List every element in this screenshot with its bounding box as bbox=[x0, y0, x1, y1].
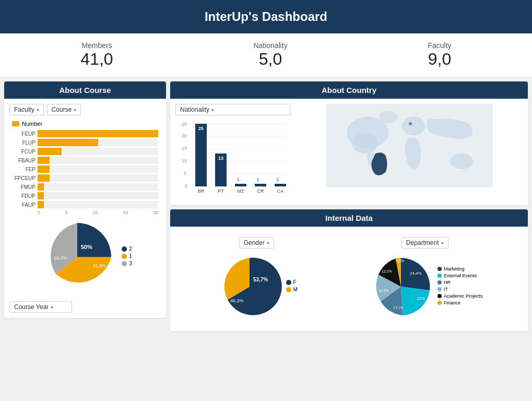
internal-data-content: Gender ▾ 53,7% 46,3% bbox=[175, 232, 523, 326]
about-country-header: About Country bbox=[170, 81, 528, 99]
legend-item-2: 2 bbox=[122, 246, 132, 252]
svg-rect-21 bbox=[235, 184, 246, 186]
bar-row: FEUP bbox=[12, 130, 158, 137]
bar-bg bbox=[38, 148, 158, 155]
course-year-arrow: ▾ bbox=[51, 304, 53, 310]
faculty-dropdown[interactable]: Faculty ▾ bbox=[9, 104, 44, 115]
members-stat: Members 41,0 bbox=[80, 41, 113, 69]
legend-item-3: 3 bbox=[122, 261, 132, 266]
legend-color-box bbox=[12, 121, 19, 126]
svg-text:10: 10 bbox=[182, 158, 187, 163]
page-header: InterUp's Dashboard bbox=[0, 0, 532, 33]
about-course-card: About Course Faculty ▾ Course ▾ Numbe bbox=[4, 81, 166, 318]
course-pie-chart: 50% 31,8% 18,2% bbox=[38, 218, 116, 296]
svg-point-33 bbox=[379, 111, 398, 123]
gender-pie-wrapper: 53,7% 46,3% F M bbox=[216, 253, 298, 321]
page-title: InterUp's Dashboard bbox=[205, 9, 327, 23]
bar-label: FPCEUP bbox=[12, 175, 36, 181]
svg-text:0: 0 bbox=[185, 183, 187, 188]
gender-legend: F M bbox=[286, 279, 298, 294]
main-content: About Course Faculty ▾ Course ▾ Numbe bbox=[0, 77, 532, 339]
about-country-card: About Country Nationality ▾ 0 bbox=[170, 81, 528, 205]
course-dropdown[interactable]: Course ▾ bbox=[47, 104, 81, 115]
bar-fill bbox=[38, 174, 50, 182]
bar-fill bbox=[38, 148, 62, 155]
svg-text:1: 1 bbox=[237, 177, 239, 182]
about-course-body: Faculty ▾ Course ▾ Number FEUP bbox=[4, 99, 166, 318]
internal-data-body: Gender ▾ 53,7% 46,3% bbox=[170, 227, 528, 331]
svg-text:MZ: MZ bbox=[238, 188, 244, 194]
gender-pie: 53,7% 46,3% bbox=[216, 253, 283, 321]
course-year-dropdown[interactable]: Course Year ▾ bbox=[9, 301, 72, 313]
course-bar-chart: Number FEUP FLUP FCUP FBAUP bbox=[9, 121, 161, 215]
svg-text:25: 25 bbox=[182, 122, 187, 127]
svg-text:53,7%: 53,7% bbox=[253, 277, 268, 282]
faculty-value: 9,0 bbox=[428, 50, 451, 69]
bar-label: FCUP bbox=[12, 149, 36, 155]
svg-rect-27 bbox=[275, 184, 286, 186]
world-map bbox=[295, 104, 523, 187]
country-bar-section: Nationality ▾ 0 5 10 15 20 25 bbox=[175, 104, 290, 200]
svg-text:1: 1 bbox=[276, 177, 279, 182]
svg-text:15: 15 bbox=[182, 146, 187, 151]
bar-row: FLUP bbox=[12, 139, 158, 146]
legend-item-1: 1 bbox=[122, 253, 132, 259]
svg-text:CR: CR bbox=[257, 188, 264, 194]
bar-label: FLUP bbox=[12, 140, 36, 146]
faculty-label: Faculty bbox=[428, 41, 451, 50]
gender-dropdown[interactable]: Gender ▾ bbox=[239, 237, 274, 249]
course-bars: FEUP FLUP FCUP FBAUP FEP bbox=[12, 130, 158, 208]
bar-legend: Number bbox=[12, 121, 158, 127]
svg-text:20: 20 bbox=[182, 133, 187, 138]
bar-fill bbox=[38, 157, 50, 164]
bar-fill bbox=[38, 201, 44, 208]
svg-text:PT: PT bbox=[218, 188, 224, 194]
svg-text:22%: 22% bbox=[417, 296, 425, 301]
svg-text:CA: CA bbox=[277, 188, 284, 194]
svg-text:BR: BR bbox=[198, 188, 205, 194]
svg-text:14,6%: 14,6% bbox=[379, 289, 389, 292]
gender-section: Gender ▾ 53,7% 46,3% bbox=[216, 237, 298, 321]
dept-pie-wrapper: 24,4% 22% 17,1% 14,6% 12,2% 9,8% Mar bbox=[367, 253, 483, 321]
svg-text:31,8%: 31,8% bbox=[93, 263, 107, 268]
bar-label: FAUP bbox=[12, 202, 36, 208]
svg-text:1: 1 bbox=[256, 177, 259, 182]
members-label: Members bbox=[80, 41, 113, 50]
bar-row: FBAUP bbox=[12, 157, 158, 164]
bar-label: FEUP bbox=[12, 131, 36, 137]
svg-text:9,8%: 9,8% bbox=[396, 259, 404, 263]
svg-text:12,2%: 12,2% bbox=[382, 269, 392, 273]
faculty-dropdown-arrow: ▾ bbox=[37, 107, 39, 113]
svg-rect-24 bbox=[255, 184, 266, 186]
bar-bg bbox=[38, 139, 158, 146]
nationality-dropdown[interactable]: Nationality ▾ bbox=[175, 104, 290, 115]
bar-row: FCUP bbox=[12, 148, 158, 155]
bar-fill bbox=[38, 139, 98, 146]
svg-point-34 bbox=[402, 116, 425, 135]
bar-label: FMUP bbox=[12, 184, 36, 190]
country-bar-chart: 0 5 10 15 20 25 bbox=[175, 120, 288, 198]
bar-bg bbox=[38, 166, 158, 173]
course-year-row: Course Year ▾ bbox=[9, 301, 161, 313]
bar-row: FEP bbox=[12, 166, 158, 173]
bar-label: FDUP bbox=[12, 193, 36, 199]
country-top: Nationality ▾ 0 5 10 15 20 25 bbox=[175, 104, 523, 200]
nationality-arrow: ▾ bbox=[211, 107, 214, 113]
course-pie-legend: 2 1 3 bbox=[122, 246, 132, 268]
about-country-body: Nationality ▾ 0 5 10 15 20 25 bbox=[170, 99, 528, 205]
bar-row: FAUP bbox=[12, 201, 158, 208]
svg-text:50%: 50% bbox=[81, 244, 92, 250]
bar-bg bbox=[38, 201, 158, 208]
department-dropdown[interactable]: Department ▾ bbox=[401, 237, 448, 249]
bar-axis: 0 5 10 15 20 bbox=[38, 210, 158, 215]
bar-bg bbox=[38, 183, 158, 191]
bar-row: FDUP bbox=[12, 192, 158, 199]
course-filter-row: Faculty ▾ Course ▾ bbox=[9, 104, 161, 115]
course-dropdown-arrow: ▾ bbox=[74, 107, 76, 113]
dept-legend: Marketing External Events HR bbox=[438, 266, 483, 307]
svg-text:5: 5 bbox=[184, 171, 186, 176]
nationality-dropdown-row: Nationality ▾ bbox=[175, 104, 290, 115]
department-dropdown-arrow: ▾ bbox=[441, 240, 444, 246]
bar-fill bbox=[38, 130, 158, 137]
svg-text:25: 25 bbox=[198, 126, 204, 131]
